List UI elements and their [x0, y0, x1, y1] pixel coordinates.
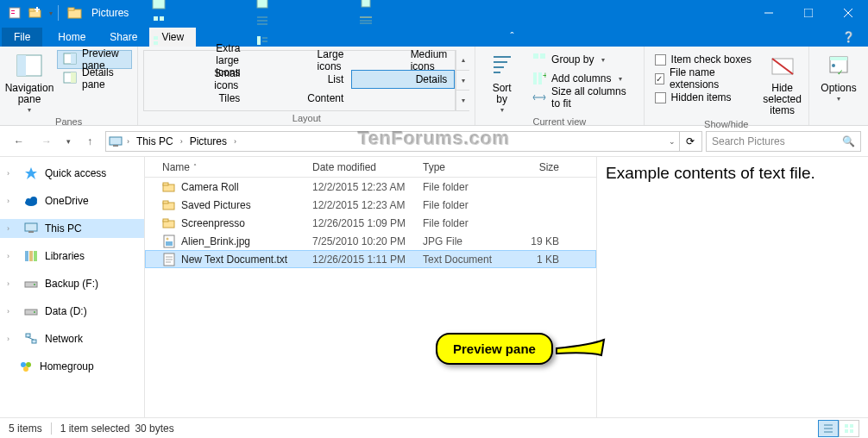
size-columns-button[interactable]: Size all columns to fit [526, 88, 638, 107]
file-extensions-toggle[interactable]: ✓File name extensions [650, 69, 758, 88]
refresh-button[interactable]: ⟳ [679, 132, 700, 151]
details-pane-button[interactable]: Details pane [57, 69, 132, 88]
svg-rect-58 [28, 231, 34, 233]
nav-data[interactable]: ›Data (D:) [0, 302, 144, 321]
navigation-pane-icon [16, 53, 43, 81]
chevron-right-icon[interactable]: › [125, 137, 131, 146]
layout-tiles[interactable]: Tiles [144, 89, 248, 108]
nav-network[interactable]: ›Network [0, 329, 144, 348]
file-row[interactable]: Alien_Brink.jpg7/25/2010 10:20 PMJPG Fil… [145, 232, 596, 250]
svg-rect-73 [163, 183, 168, 185]
forward-button[interactable]: → [35, 129, 59, 153]
minimize-button[interactable] [749, 0, 789, 26]
svg-rect-89 [850, 424, 853, 428]
layout-scroll-up[interactable]: ▴ [456, 50, 469, 71]
file-row[interactable]: Camera Roll12/2/2015 12:23 AMFile folder [145, 178, 596, 196]
ribbon-collapse-button[interactable]: ˆ [493, 31, 532, 47]
nav-this-pc[interactable]: ›This PC [0, 219, 144, 238]
drive-icon [24, 304, 38, 318]
group-layout: Extra large icons Large icons Medium ico… [138, 47, 475, 125]
svg-rect-57 [25, 223, 37, 231]
svg-rect-21 [362, 0, 370, 7]
dropdown-icon: ▾ [28, 107, 31, 115]
close-button[interactable] [828, 0, 868, 26]
expand-icon[interactable]: › [7, 307, 16, 316]
preview-pane: Example contents of text file. [596, 157, 868, 417]
nav-backup[interactable]: ›Backup (F:) [0, 274, 144, 293]
options-label: Options [821, 83, 856, 94]
column-size[interactable]: Size [502, 161, 564, 173]
cell-date: 12/2/2015 12:23 AM [307, 181, 418, 193]
column-name[interactable]: Name ˄ [157, 161, 307, 173]
group-by-button[interactable]: Group by▾ [526, 50, 638, 69]
cell-type: File folder [418, 217, 502, 229]
search-input[interactable]: Search Pictures 🔍 [706, 131, 861, 152]
new-folder-icon[interactable] [26, 3, 45, 22]
svg-rect-59 [25, 251, 28, 261]
breadcrumb-dropdown[interactable]: ⌄ [667, 137, 677, 146]
preview-content: Example contents of text file. [606, 164, 815, 182]
dropdown-icon: ▾ [500, 107, 504, 115]
maximize-button[interactable] [789, 0, 828, 26]
expand-icon[interactable]: › [7, 252, 16, 260]
up-button[interactable]: ↑ [78, 129, 102, 153]
breadcrumb-this-pc[interactable]: This PC [133, 135, 177, 147]
layout-content[interactable]: Content [248, 89, 351, 108]
options-button[interactable]: ✓ Options ▾ [815, 50, 863, 111]
layout-expand[interactable]: ▾ [456, 91, 469, 111]
details-view-button[interactable] [818, 420, 839, 437]
file-row[interactable]: New Text Document.txt12/26/2015 1:11 PMT… [145, 250, 596, 268]
group-panes: Navigation pane ▾ Preview pane Details p… [0, 47, 138, 125]
file-row[interactable]: Screenpresso12/26/2015 1:09 PMFile folde… [145, 214, 596, 232]
cell-type: JPG File [418, 235, 502, 247]
expand-icon[interactable]: › [7, 197, 16, 205]
sort-by-button[interactable]: Sort by ▾ [481, 50, 523, 115]
nav-libraries[interactable]: ›Libraries [0, 247, 144, 266]
file-row[interactable]: Saved Pictures12/2/2015 12:23 AMFile fol… [145, 196, 596, 214]
thumbnails-view-button[interactable] [839, 420, 859, 437]
expand-icon[interactable]: › [7, 335, 16, 343]
cell-type: File folder [418, 199, 502, 211]
tab-file[interactable]: File [2, 28, 42, 47]
svg-point-80 [167, 237, 169, 240]
svg-rect-14 [17, 55, 26, 76]
svg-rect-77 [163, 219, 168, 222]
tab-home[interactable]: Home [46, 28, 97, 47]
back-button[interactable]: ← [7, 129, 31, 153]
navigation-pane-button[interactable]: Navigation pane ▾ [5, 50, 53, 115]
cell-name: Camera Roll [157, 180, 307, 194]
layout-scroll: ▴ ▾ ▾ [456, 50, 469, 111]
qat-dropdown-icon[interactable]: ▾ [49, 9, 53, 17]
svg-rect-42 [538, 72, 542, 84]
hide-selected-button[interactable]: Hide selected items [761, 50, 803, 117]
expand-icon[interactable]: › [7, 169, 16, 178]
column-date[interactable]: Date modified [307, 161, 418, 173]
svg-point-63 [34, 284, 35, 285]
chevron-right-icon[interactable]: › [179, 137, 185, 146]
history-dropdown[interactable]: ▾ [62, 129, 74, 153]
group-show-hide-label: Show/hide [650, 117, 803, 131]
svg-rect-20 [257, 0, 267, 8]
nav-homegroup[interactable]: Homegroup [0, 357, 144, 376]
breadcrumb-pictures[interactable]: Pictures [186, 135, 230, 147]
cell-name: Saved Pictures [157, 198, 307, 212]
svg-rect-16 [71, 53, 76, 64]
chevron-right-icon[interactable]: › [232, 137, 238, 146]
expand-icon[interactable]: › [7, 279, 16, 288]
callout-text: Preview pane [453, 341, 536, 356]
svg-rect-41 [533, 72, 537, 84]
layout-details[interactable]: Details [351, 70, 455, 89]
hide-icon [769, 53, 796, 81]
status-bytes: 30 bytes [135, 422, 173, 435]
properties-icon[interactable] [5, 3, 24, 22]
hidden-items-toggle[interactable]: Hidden items [650, 88, 758, 107]
breadcrumb[interactable]: › This PC › Pictures › ⌄ ⟳ [105, 131, 702, 152]
help-button[interactable]: ❔ [828, 31, 868, 47]
sort-icon [488, 53, 516, 81]
nav-onedrive[interactable]: ›OneDrive [0, 191, 144, 210]
tab-share[interactable]: Share [97, 28, 149, 47]
layout-scroll-down[interactable]: ▾ [456, 71, 469, 91]
expand-icon[interactable]: › [7, 224, 16, 233]
column-type[interactable]: Type [418, 161, 502, 173]
nav-quick-access[interactable]: ›Quick access [0, 164, 144, 183]
